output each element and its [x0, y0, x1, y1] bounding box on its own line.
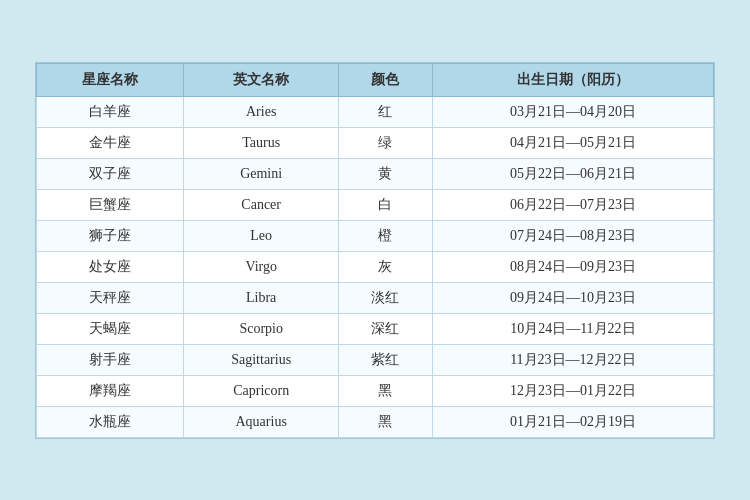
cell-color: 深红: [339, 313, 433, 344]
cell-dates: 08月24日—09月23日: [432, 251, 713, 282]
cell-chinese: 处女座: [37, 251, 184, 282]
cell-color: 黄: [339, 158, 433, 189]
table-row: 射手座Sagittarius紫红11月23日—12月22日: [37, 344, 714, 375]
table-row: 白羊座Aries红03月21日—04月20日: [37, 96, 714, 127]
table-row: 双子座Gemini黄05月22日—06月21日: [37, 158, 714, 189]
cell-color: 白: [339, 189, 433, 220]
cell-color: 紫红: [339, 344, 433, 375]
cell-chinese: 射手座: [37, 344, 184, 375]
cell-color: 绿: [339, 127, 433, 158]
cell-chinese: 狮子座: [37, 220, 184, 251]
cell-chinese: 天蝎座: [37, 313, 184, 344]
cell-dates: 10月24日—11月22日: [432, 313, 713, 344]
cell-english: Cancer: [184, 189, 339, 220]
cell-english: Scorpio: [184, 313, 339, 344]
cell-dates: 05月22日—06月21日: [432, 158, 713, 189]
table-row: 处女座Virgo灰08月24日—09月23日: [37, 251, 714, 282]
cell-english: Aries: [184, 96, 339, 127]
cell-chinese: 白羊座: [37, 96, 184, 127]
cell-chinese: 金牛座: [37, 127, 184, 158]
cell-color: 黑: [339, 406, 433, 437]
cell-dates: 07月24日—08月23日: [432, 220, 713, 251]
zodiac-table-container: 星座名称 英文名称 颜色 出生日期（阳历） 白羊座Aries红03月21日—04…: [35, 62, 715, 439]
table-row: 水瓶座Aquarius黑01月21日—02月19日: [37, 406, 714, 437]
table-row: 金牛座Taurus绿04月21日—05月21日: [37, 127, 714, 158]
cell-dates: 01月21日—02月19日: [432, 406, 713, 437]
cell-dates: 11月23日—12月22日: [432, 344, 713, 375]
cell-chinese: 天秤座: [37, 282, 184, 313]
cell-chinese: 双子座: [37, 158, 184, 189]
cell-color: 淡红: [339, 282, 433, 313]
zodiac-table: 星座名称 英文名称 颜色 出生日期（阳历） 白羊座Aries红03月21日—04…: [36, 63, 714, 438]
cell-english: Aquarius: [184, 406, 339, 437]
col-header-english: 英文名称: [184, 63, 339, 96]
cell-color: 灰: [339, 251, 433, 282]
cell-english: Gemini: [184, 158, 339, 189]
table-row: 狮子座Leo橙07月24日—08月23日: [37, 220, 714, 251]
cell-chinese: 巨蟹座: [37, 189, 184, 220]
cell-dates: 04月21日—05月21日: [432, 127, 713, 158]
col-header-color: 颜色: [339, 63, 433, 96]
table-row: 摩羯座Capricorn黑12月23日—01月22日: [37, 375, 714, 406]
cell-dates: 12月23日—01月22日: [432, 375, 713, 406]
table-row: 巨蟹座Cancer白06月22日—07月23日: [37, 189, 714, 220]
col-header-dates: 出生日期（阳历）: [432, 63, 713, 96]
table-header-row: 星座名称 英文名称 颜色 出生日期（阳历）: [37, 63, 714, 96]
cell-chinese: 水瓶座: [37, 406, 184, 437]
cell-english: Capricorn: [184, 375, 339, 406]
cell-dates: 09月24日—10月23日: [432, 282, 713, 313]
cell-color: 橙: [339, 220, 433, 251]
cell-english: Virgo: [184, 251, 339, 282]
cell-english: Sagittarius: [184, 344, 339, 375]
cell-english: Libra: [184, 282, 339, 313]
cell-dates: 06月22日—07月23日: [432, 189, 713, 220]
cell-english: Leo: [184, 220, 339, 251]
cell-color: 红: [339, 96, 433, 127]
cell-english: Taurus: [184, 127, 339, 158]
cell-dates: 03月21日—04月20日: [432, 96, 713, 127]
table-row: 天蝎座Scorpio深红10月24日—11月22日: [37, 313, 714, 344]
table-row: 天秤座Libra淡红09月24日—10月23日: [37, 282, 714, 313]
cell-chinese: 摩羯座: [37, 375, 184, 406]
cell-color: 黑: [339, 375, 433, 406]
col-header-chinese: 星座名称: [37, 63, 184, 96]
